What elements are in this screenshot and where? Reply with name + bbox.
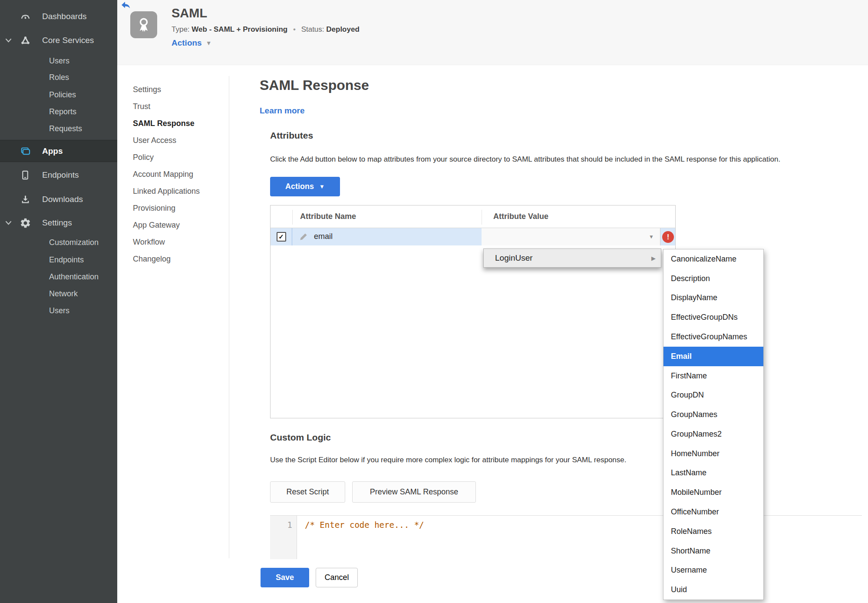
sidebar-subitem-label: Requests <box>49 124 82 133</box>
chevron-down-icon: ▼ <box>319 183 325 190</box>
attributes-description: Click the Add button below to map attrib… <box>270 155 780 164</box>
header-actions-label: Actions <box>172 38 202 48</box>
sidebar-item-settings-users[interactable]: Users <box>0 302 117 319</box>
status-label: Status: <box>301 25 324 33</box>
sidebar-item-network[interactable]: Network <box>0 285 117 302</box>
sidebar-item-users[interactable]: Users <box>0 53 117 69</box>
sidebar-item-core-services[interactable]: Core Services <box>0 31 117 50</box>
app-header: SAML Type: Web - SAML + Provisioning • S… <box>117 0 868 65</box>
sidebar-item-endpoints[interactable]: Endpoints <box>0 165 117 185</box>
custom-logic-heading: Custom Logic <box>270 432 331 443</box>
error-exclamation-icon: ! <box>662 231 674 243</box>
download-icon <box>19 193 31 205</box>
sidebar-subitem-label: Policies <box>49 90 76 99</box>
sidebar-subitem-label: Users <box>49 56 69 66</box>
submenu-item-mobilenumber[interactable]: MobileNumber <box>663 483 763 502</box>
sidebar-subitem-label: Users <box>49 306 69 315</box>
submenu-item-firstname[interactable]: FirstName <box>663 366 763 386</box>
tab-account-mapping[interactable]: Account Mapping <box>133 166 200 183</box>
submenu-item-shortname[interactable]: ShortName <box>663 541 763 561</box>
sidebar-item-apps[interactable]: Apps <box>0 140 117 162</box>
submenu-item-username[interactable]: Username <box>663 561 763 580</box>
device-icon <box>19 169 31 181</box>
sidebar-item-label: Apps <box>42 146 63 156</box>
header-actions-menu[interactable]: Actions ▼ <box>172 38 212 48</box>
column-header-attribute-name: Attribute Name <box>300 212 356 221</box>
submenu-item-description[interactable]: Description <box>663 269 763 288</box>
row-checkbox-cell: ✓ <box>271 228 292 245</box>
submenu-item-groupnames[interactable]: GroupNames <box>663 405 763 424</box>
core-services-icon <box>19 34 31 46</box>
tab-user-access[interactable]: User Access <box>133 132 200 149</box>
chevron-down-icon[interactable] <box>5 218 12 228</box>
column-divider <box>292 210 293 225</box>
sidebar-item-roles[interactable]: Roles <box>0 69 117 86</box>
learn-more-link[interactable]: Learn more <box>260 106 304 116</box>
submenu-item-lastname[interactable]: LastName <box>663 464 763 483</box>
sidebar-item-downloads[interactable]: Downloads <box>0 189 117 209</box>
tab-settings[interactable]: Settings <box>133 81 200 98</box>
sidebar-subitem-label: Authentication <box>49 272 99 282</box>
attributes-actions-button[interactable]: Actions ▼ <box>270 177 340 196</box>
tab-provisioning[interactable]: Provisioning <box>133 200 200 217</box>
submenu-item-effectivegroupnames[interactable]: EffectiveGroupNames <box>663 327 763 347</box>
sidebar-item-policies[interactable]: Policies <box>0 86 117 103</box>
sidebar-item-customization[interactable]: Customization <box>0 234 117 251</box>
column-divider <box>482 210 482 225</box>
value-menu-loginuser[interactable]: LoginUser ▶ <box>483 248 661 268</box>
gauge-icon <box>19 10 31 23</box>
sidebar-subitem-label: Endpoints <box>49 255 84 265</box>
row-checkbox[interactable]: ✓ <box>277 232 286 242</box>
attributes-table: Attribute Name Attribute Value ✓ email ▼… <box>270 205 676 418</box>
sidebar-item-label: Dashboards <box>42 12 86 21</box>
reset-script-button[interactable]: Reset Script <box>270 481 345 503</box>
attributes-heading: Attributes <box>270 130 313 141</box>
tab-trust[interactable]: Trust <box>133 98 200 115</box>
column-header-attribute-value: Attribute Value <box>493 212 548 221</box>
sidebar-item-label: Downloads <box>42 195 83 204</box>
cancel-button[interactable]: Cancel <box>316 568 358 587</box>
submenu-item-canonicalizename[interactable]: CanonicalizeName <box>663 249 763 269</box>
sidebar: Dashboards Core Services Users Roles Pol… <box>0 0 117 603</box>
sidebar-subitem-label: Customization <box>49 238 99 247</box>
sidebar-item-dashboards[interactable]: Dashboards <box>0 7 117 26</box>
sidebar-item-label: Endpoints <box>42 170 79 180</box>
sidebar-item-label: Settings <box>42 218 72 228</box>
section-title: SAML Response <box>260 77 369 93</box>
pencil-icon[interactable] <box>298 232 309 242</box>
tab-saml-response[interactable]: SAML Response <box>133 115 200 132</box>
back-arrow-icon[interactable] <box>121 1 131 10</box>
tab-app-gateway[interactable]: App Gateway <box>133 217 200 234</box>
submenu-item-email[interactable]: Email <box>663 347 763 366</box>
sidebar-item-reports[interactable]: Reports <box>0 103 117 120</box>
submenu-item-homenumber[interactable]: HomeNumber <box>663 444 763 464</box>
submenu-item-officenumber[interactable]: OfficeNumber <box>663 502 763 522</box>
script-editor[interactable]: 1 /* Enter code here... */ <box>270 515 862 559</box>
preview-saml-response-button[interactable]: Preview SAML Response <box>352 481 476 503</box>
submenu-item-rolenames[interactable]: RoleNames <box>663 522 763 541</box>
value-submenu: CanonicalizeName Description DisplayName… <box>663 249 764 600</box>
table-row[interactable]: ✓ email ▼ ! <box>271 228 675 245</box>
tab-changelog[interactable]: Changelog <box>133 251 200 268</box>
tab-linked-applications[interactable]: Linked Applications <box>133 183 200 200</box>
sidebar-item-requests[interactable]: Requests <box>0 120 117 137</box>
sidebar-item-settings[interactable]: Settings <box>0 213 117 233</box>
app-section-nav: Settings Trust SAML Response User Access… <box>133 81 200 268</box>
app-meta-line: Type: Web - SAML + Provisioning • Status… <box>172 25 360 34</box>
sidebar-item-authentication[interactable]: Authentication <box>0 268 117 285</box>
save-button[interactable]: Save <box>261 568 309 587</box>
tab-policy[interactable]: Policy <box>133 149 200 166</box>
chevron-down-icon[interactable] <box>5 36 12 45</box>
submenu-item-groupdn[interactable]: GroupDN <box>663 385 763 405</box>
tab-workflow[interactable]: Workflow <box>133 234 200 251</box>
sidebar-item-settings-endpoints[interactable]: Endpoints <box>0 252 117 268</box>
submenu-item-effectivegroupdns[interactable]: EffectiveGroupDNs <box>663 308 763 327</box>
editor-code[interactable]: /* Enter code here... */ <box>305 520 424 530</box>
submenu-item-groupnames2[interactable]: GroupNames2 <box>663 424 763 444</box>
dot-separator: • <box>293 25 296 33</box>
attribute-value-dropdown[interactable]: ▼ <box>482 228 660 245</box>
submenu-item-displayname[interactable]: DisplayName <box>663 288 763 308</box>
chevron-down-icon: ▼ <box>649 234 654 240</box>
nav-content-divider <box>229 76 229 558</box>
submenu-item-uuid[interactable]: Uuid <box>663 580 763 600</box>
